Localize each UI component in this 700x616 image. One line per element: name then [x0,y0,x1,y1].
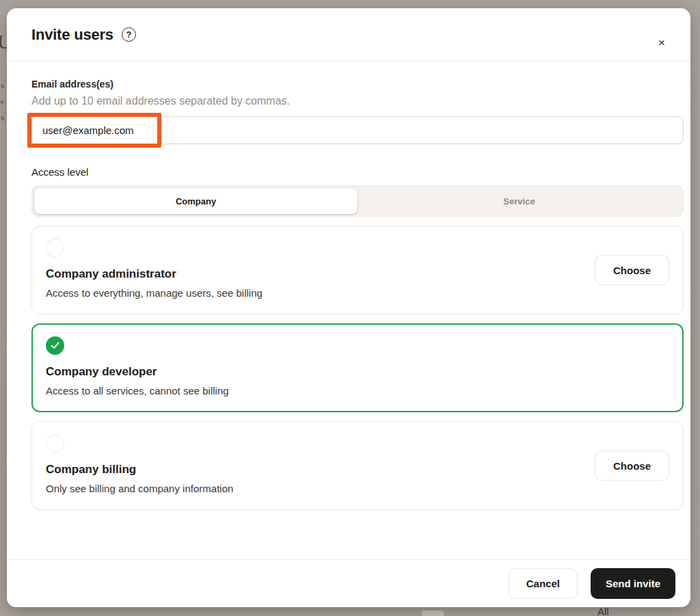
invite-users-dialog: Invite users ? × Email address(es) Add u… [7,8,690,607]
access-level-label: Access level [31,166,667,178]
backdrop-text-fragment: v [0,97,5,105]
role-title: Company billing [46,463,669,477]
email-input-wrapper [31,116,667,144]
backdrop-text-fragment: s [0,114,4,122]
role-card-company-developer[interactable]: Company developer Access to all services… [31,323,684,412]
dialog-footer: Cancel Send invite [7,559,690,607]
role-description: Only see billing and company information [46,483,669,494]
cancel-button[interactable]: Cancel [509,568,578,599]
tab-company-label: Company [176,196,216,206]
backdrop-pill [422,611,444,616]
role-card-company-billing[interactable]: Company billing Only see billing and com… [31,421,684,510]
role-card-company-administrator[interactable]: Company administrator Access to everythi… [31,226,684,314]
access-level-tabs: Company Service [31,185,684,217]
role-title: Company developer [46,365,669,379]
tab-service-label: Service [503,196,535,206]
role-description: Access to everything, manage users, see … [46,287,669,299]
email-label: Email address(es) [31,79,667,90]
tab-company[interactable]: Company [34,188,358,214]
radio-unselected-icon[interactable] [46,239,64,257]
radio-selected-check-icon[interactable] [46,336,64,355]
help-icon[interactable]: ? [122,27,136,42]
send-invite-button[interactable]: Send invite [591,568,675,599]
page-title: Invite users [31,26,113,44]
backdrop-text-fragment: All [597,606,609,616]
radio-unselected-icon[interactable] [46,434,64,453]
choose-button[interactable]: Choose [595,255,669,285]
dialog-body: Email address(es) Add up to 10 email add… [7,62,690,510]
role-title: Company administrator [46,267,669,281]
choose-button[interactable]: Choose [595,451,669,481]
role-description: Access to all services, cannot see billi… [46,385,669,397]
email-input[interactable] [31,116,684,144]
email-helper-text: Add up to 10 email addresses separated b… [31,95,667,107]
close-icon[interactable]: × [654,35,670,51]
tab-service[interactable]: Service [358,188,681,214]
backdrop-text-fragment: s [0,82,5,90]
dialog-header: Invite users ? × [7,8,690,61]
